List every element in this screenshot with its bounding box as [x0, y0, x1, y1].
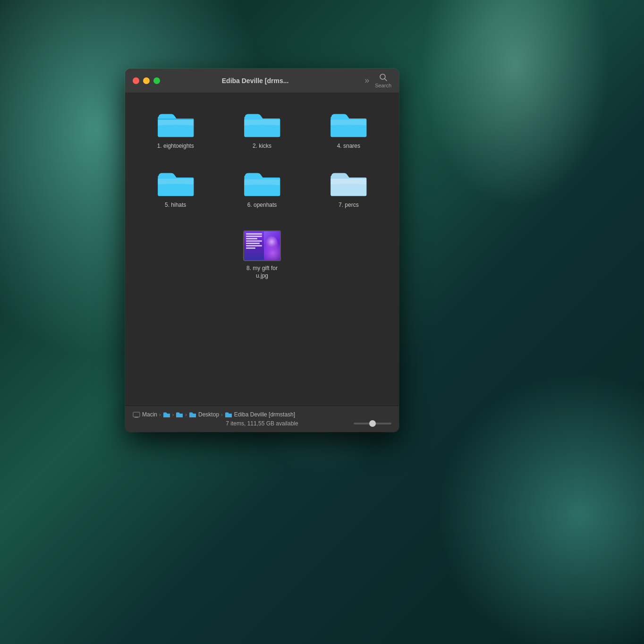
folder-label: 2. kicks — [253, 143, 271, 150]
folder-icon — [157, 108, 195, 139]
breadcrumb-current[interactable]: Ediba Deville [drmstash] — [225, 411, 295, 418]
slider-track[interactable] — [354, 423, 391, 424]
slider-thumb[interactable] — [369, 420, 376, 427]
content-area: 1. eightoeights 2. kicks — [125, 93, 399, 406]
file-row: 8. my gift foru.jpg — [135, 222, 390, 288]
folder-item[interactable]: 7. percs — [308, 163, 390, 213]
finder-window: Ediba Deville [drms... » Search — [125, 68, 399, 432]
breadcrumb-mac[interactable]: Macin — [133, 411, 157, 418]
small-folder-icon — [176, 412, 183, 418]
folder-item[interactable]: 5. hihats — [135, 163, 216, 213]
folder-item[interactable]: 1. eightoeights — [135, 104, 216, 154]
folder-label: 6. openhats — [247, 202, 277, 209]
mac-icon — [133, 412, 140, 418]
file-thumbnail — [243, 230, 281, 261]
folder-label: 7. percs — [339, 202, 359, 209]
breadcrumb: Macin › › › Desktop › — [133, 411, 391, 418]
svg-rect-2 — [133, 412, 140, 417]
breadcrumb-separator: › — [159, 412, 161, 417]
navigation-chevron[interactable]: » — [364, 76, 369, 85]
svg-rect-3 — [135, 417, 138, 418]
file-label: 8. my gift foru.jpg — [246, 265, 278, 280]
folder-item[interactable]: 2. kicks — [221, 104, 303, 154]
search-button[interactable]: Search — [375, 73, 391, 88]
folder-icon — [330, 108, 367, 139]
breadcrumb-desktop[interactable]: Desktop — [189, 411, 219, 418]
breadcrumb-separator: › — [221, 412, 223, 417]
svg-line-1 — [384, 78, 387, 81]
bottom-bar: Macin › › › Desktop › — [125, 406, 399, 432]
search-icon — [379, 73, 388, 82]
folder-item[interactable]: 6. openhats — [221, 163, 303, 213]
folders-grid: 1. eightoeights 2. kicks — [135, 104, 390, 212]
folder-icon — [157, 167, 195, 198]
breadcrumb-folder2[interactable] — [176, 412, 183, 418]
folder-item[interactable]: 4. snares — [308, 104, 390, 154]
current-folder-icon — [225, 412, 232, 418]
file-item[interactable]: 8. my gift foru.jpg — [220, 227, 305, 283]
search-label: Search — [375, 83, 391, 88]
folder-icon — [330, 167, 367, 198]
svg-rect-4 — [134, 417, 139, 418]
folder-label: 1. eightoeights — [157, 143, 194, 150]
status-row: 7 items, 111,55 GB available — [133, 420, 391, 427]
status-text: 7 items, 111,55 GB available — [170, 420, 354, 427]
folder-icon — [243, 108, 281, 139]
breadcrumb-separator: › — [185, 412, 187, 417]
title-bar: Ediba Deville [drms... » Search — [125, 68, 399, 93]
breadcrumb-folder[interactable] — [163, 412, 170, 418]
close-button[interactable] — [133, 77, 139, 84]
folder-icon — [243, 167, 281, 198]
breadcrumb-separator: › — [172, 412, 174, 417]
title-bar-actions: » Search — [364, 73, 391, 88]
small-folder-icon — [163, 412, 170, 418]
desktop-folder-icon — [189, 412, 196, 418]
size-slider[interactable] — [354, 423, 391, 424]
window-title: Ediba Deville [drms... — [146, 77, 364, 85]
folder-label: 4. snares — [337, 143, 360, 150]
folder-label: 5. hihats — [165, 202, 186, 209]
